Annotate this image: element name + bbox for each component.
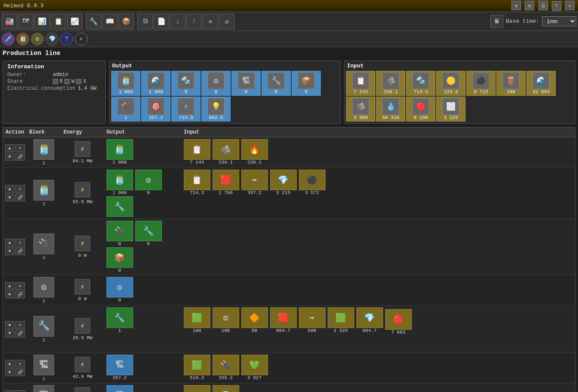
- close-icon-btn[interactable]: ✕: [565, 1, 575, 10]
- list-item[interactable]: ⚫ 3 572: [298, 170, 326, 195]
- input-item-4[interactable]: ⚫6 713: [466, 71, 496, 96]
- gear2-btn[interactable]: ⚙: [31, 33, 44, 46]
- input-item-8[interactable]: 💧66 318: [376, 97, 405, 122]
- settings-icon-btn[interactable]: ⚙: [511, 1, 521, 10]
- row2-up-btn[interactable]: ▲: [5, 185, 15, 193]
- potion-btn[interactable]: 🫙: [16, 33, 29, 46]
- input-item-5[interactable]: 🪵100: [496, 71, 526, 96]
- input-item-2[interactable]: 🔩714.3: [406, 71, 435, 96]
- row4-down-btn[interactable]: ▼: [5, 291, 15, 298]
- list-item[interactable]: 🔌 0: [106, 221, 134, 246]
- row7-up-btn[interactable]: ▲: [5, 390, 15, 392]
- output-item-8[interactable]: 🎯357.2: [141, 97, 170, 122]
- list-item[interactable]: 🏗 255.2: [106, 385, 134, 392]
- list-item[interactable]: 🟩 510.3: [183, 355, 211, 380]
- row1-link-btn[interactable]: 🔗: [15, 153, 25, 161]
- delete-btn[interactable]: ✕: [203, 14, 218, 29]
- row2-delete-btn[interactable]: ✕: [15, 185, 25, 193]
- output-item-2[interactable]: 🔩0: [171, 71, 201, 96]
- list-icon-btn[interactable]: ☰: [538, 1, 548, 10]
- row6-block[interactable]: 🏗 1: [27, 353, 61, 383]
- row1-delete-btn[interactable]: ✕: [15, 144, 25, 152]
- row4-up-btn[interactable]: ▲: [5, 282, 15, 290]
- list-item[interactable]: ➡ 182.3: [183, 385, 211, 392]
- row1-up-btn[interactable]: ▲: [5, 144, 15, 152]
- list-item[interactable]: 💚 3 827: [240, 355, 268, 380]
- share-r-checkbox[interactable]: [53, 79, 58, 84]
- row3-block[interactable]: 🔌 1: [27, 219, 61, 275]
- row7-delete-btn[interactable]: ✕: [15, 390, 25, 392]
- list-item[interactable]: 🟩 1 525: [327, 307, 355, 333]
- share-x-checkbox[interactable]: [76, 79, 81, 84]
- list-item[interactable]: 🟥 884.7: [269, 307, 297, 333]
- list-item[interactable]: 🪨 238.1: [212, 139, 240, 165]
- help2-btn[interactable]: ?: [60, 33, 73, 46]
- list-item[interactable]: 🟩 100: [183, 307, 211, 333]
- list-item[interactable]: ⚙ 100: [212, 307, 240, 333]
- list-item[interactable]: 🏗 357.2: [106, 355, 134, 380]
- list-item[interactable]: 🔥 238.1: [240, 139, 268, 165]
- upload-btn[interactable]: ↑: [186, 14, 202, 29]
- output-item-3[interactable]: ⚙0: [201, 71, 231, 96]
- row4-link-btn[interactable]: 🔗: [15, 291, 25, 298]
- list-item[interactable]: 📋 7 143: [183, 139, 211, 165]
- box-btn[interactable]: 📦: [119, 14, 134, 29]
- list-item[interactable]: ➡ 357.2: [240, 170, 268, 195]
- row2-link-btn[interactable]: 🔗: [15, 194, 25, 201]
- share-w-checkbox[interactable]: [64, 79, 70, 84]
- output-item-10[interactable]: 💡692.5: [201, 97, 231, 122]
- factory-btn[interactable]: 🏭: [2, 14, 17, 29]
- row3-link-btn[interactable]: 🔗: [15, 247, 25, 255]
- list-item[interactable]: 📋 714.3: [183, 170, 211, 195]
- add-btn[interactable]: +: [75, 33, 88, 46]
- list-item[interactable]: ➡ 500: [298, 307, 326, 333]
- row3-down-btn[interactable]: ▼: [5, 247, 15, 255]
- list-item[interactable]: 🔧: [106, 196, 134, 217]
- refresh-btn[interactable]: ↺: [219, 14, 234, 29]
- list-item[interactable]: ⚙ 0: [134, 170, 162, 195]
- list-item[interactable]: 💎 684.7: [356, 307, 383, 333]
- row5-block[interactable]: 🔧 1: [27, 306, 61, 352]
- input-item-9[interactable]: 🔴8 150: [406, 97, 435, 122]
- list-item[interactable]: 💎 3 215: [269, 170, 297, 195]
- output-item-5[interactable]: 🔧0: [262, 71, 291, 96]
- list-item[interactable]: 🔶 50: [240, 307, 268, 333]
- output-item-0[interactable]: 🫙1 000: [111, 71, 140, 96]
- list-item[interactable]: 💎 624.8: [212, 385, 240, 392]
- row2-block[interactable]: 🫙 1: [27, 168, 61, 219]
- list-item[interactable]: 🔌 255.2: [212, 355, 240, 380]
- output-item-9[interactable]: ⚡714.3: [171, 97, 201, 122]
- input-item-0[interactable]: 📋7 143: [346, 71, 375, 96]
- list-item[interactable]: 🔧 0: [134, 221, 162, 246]
- list-item[interactable]: ⚙ 0: [106, 277, 134, 303]
- row2-down-btn[interactable]: ▼: [5, 194, 15, 201]
- wrench-btn[interactable]: 🔧: [86, 14, 101, 29]
- row4-delete-btn[interactable]: ✕: [15, 282, 25, 290]
- download-btn[interactable]: ↓: [170, 14, 186, 29]
- paste-btn[interactable]: 📄: [154, 14, 169, 29]
- row1-down-btn[interactable]: ▼: [5, 153, 15, 161]
- output-item-7[interactable]: 🔌1: [111, 97, 140, 122]
- output-item-1[interactable]: 🌊1 000: [141, 71, 170, 96]
- row6-down-btn[interactable]: ▼: [5, 368, 15, 376]
- input-item-10[interactable]: ⬜1 125: [436, 97, 465, 122]
- row5-link-btn[interactable]: 🔗: [15, 330, 25, 337]
- list-item[interactable]: 🔴 7 693: [384, 309, 412, 335]
- map-btn[interactable]: 🗺: [18, 14, 33, 29]
- filter-icon-btn[interactable]: ⊟: [525, 1, 534, 10]
- row4-block[interactable]: ⚙ 1: [27, 275, 61, 305]
- graph-btn[interactable]: 📈: [67, 14, 82, 29]
- row6-up-btn[interactable]: ▲: [5, 360, 15, 368]
- list-item[interactable]: 🟥 1 786: [212, 170, 240, 195]
- list-item[interactable]: 🔧 1: [106, 307, 134, 333]
- book-btn[interactable]: 📖: [102, 14, 118, 29]
- row5-delete-btn[interactable]: ✕: [15, 321, 25, 329]
- row3-delete-btn[interactable]: ✕: [15, 239, 25, 246]
- input-item-6[interactable]: 🌊31 854: [526, 71, 556, 96]
- output-item-6[interactable]: 📦0: [292, 71, 321, 96]
- chart-btn[interactable]: 📊: [34, 14, 50, 29]
- base-time-select[interactable]: 1mn 1s 1h: [542, 16, 576, 26]
- help-icon-btn[interactable]: ?: [552, 1, 561, 11]
- output-item-4[interactable]: 🏗0: [231, 71, 261, 96]
- copy-btn[interactable]: ⧉: [137, 14, 153, 29]
